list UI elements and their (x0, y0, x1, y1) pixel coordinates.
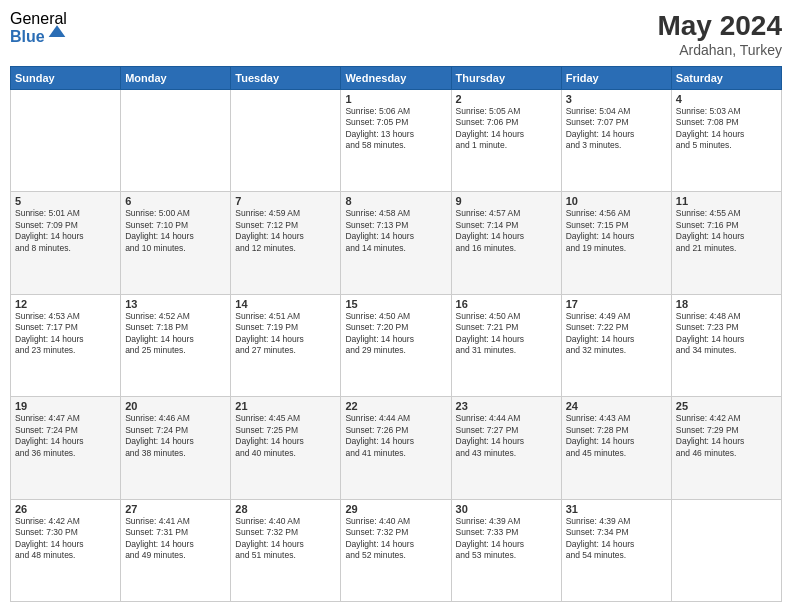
day-info: Sunrise: 4:55 AMSunset: 7:16 PMDaylight:… (676, 208, 777, 254)
day-info-line: Sunset: 7:20 PM (345, 322, 446, 333)
day-info-line: Daylight: 14 hours (676, 436, 777, 447)
day-info: Sunrise: 4:39 AMSunset: 7:34 PMDaylight:… (566, 516, 667, 562)
day-info-line: Sunrise: 4:40 AM (345, 516, 446, 527)
day-info-line: Sunset: 7:28 PM (566, 425, 667, 436)
day-info-line: Sunset: 7:27 PM (456, 425, 557, 436)
day-info: Sunrise: 4:42 AMSunset: 7:30 PMDaylight:… (15, 516, 116, 562)
day-info: Sunrise: 4:44 AMSunset: 7:26 PMDaylight:… (345, 413, 446, 459)
day-info-line: Daylight: 14 hours (235, 539, 336, 550)
day-info-line: Daylight: 14 hours (676, 334, 777, 345)
col-friday: Friday (561, 67, 671, 90)
day-info-line: Sunset: 7:22 PM (566, 322, 667, 333)
day-info-line: Daylight: 14 hours (456, 539, 557, 550)
day-info-line: Sunset: 7:32 PM (235, 527, 336, 538)
day-info-line: and 49 minutes. (125, 550, 226, 561)
table-row: 1Sunrise: 5:06 AMSunset: 7:05 PMDaylight… (341, 90, 451, 192)
day-number: 31 (566, 503, 667, 515)
table-row: 15Sunrise: 4:50 AMSunset: 7:20 PMDayligh… (341, 294, 451, 396)
day-info-line: Daylight: 14 hours (676, 231, 777, 242)
day-info-line: and 46 minutes. (676, 448, 777, 459)
day-info: Sunrise: 4:40 AMSunset: 7:32 PMDaylight:… (345, 516, 446, 562)
day-info-line: and 48 minutes. (15, 550, 116, 561)
day-info-line: Daylight: 14 hours (566, 231, 667, 242)
day-info-line: Sunrise: 4:42 AM (15, 516, 116, 527)
table-row: 21Sunrise: 4:45 AMSunset: 7:25 PMDayligh… (231, 397, 341, 499)
day-info-line: Sunrise: 4:45 AM (235, 413, 336, 424)
day-info-line: Daylight: 14 hours (566, 539, 667, 550)
day-info-line: Daylight: 14 hours (566, 436, 667, 447)
day-info-line: and 8 minutes. (15, 243, 116, 254)
day-number: 22 (345, 400, 446, 412)
day-info: Sunrise: 5:01 AMSunset: 7:09 PMDaylight:… (15, 208, 116, 254)
day-info-line: and 51 minutes. (235, 550, 336, 561)
day-info-line: Sunrise: 4:55 AM (676, 208, 777, 219)
day-info-line: and 58 minutes. (345, 140, 446, 151)
day-info-line: and 25 minutes. (125, 345, 226, 356)
day-info-line: Sunset: 7:32 PM (345, 527, 446, 538)
table-row: 18Sunrise: 4:48 AMSunset: 7:23 PMDayligh… (671, 294, 781, 396)
table-row (121, 90, 231, 192)
calendar-week-0: 1Sunrise: 5:06 AMSunset: 7:05 PMDaylight… (11, 90, 782, 192)
day-info-line: Sunset: 7:16 PM (676, 220, 777, 231)
day-info-line: and 36 minutes. (15, 448, 116, 459)
header: General Blue May 2024 Ardahan, Turkey (10, 10, 782, 58)
day-info: Sunrise: 4:45 AMSunset: 7:25 PMDaylight:… (235, 413, 336, 459)
day-info-line: Daylight: 14 hours (345, 436, 446, 447)
svg-marker-0 (48, 26, 65, 38)
day-info-line: Daylight: 14 hours (345, 539, 446, 550)
table-row: 6Sunrise: 5:00 AMSunset: 7:10 PMDaylight… (121, 192, 231, 294)
day-info-line: Sunset: 7:24 PM (125, 425, 226, 436)
title-block: May 2024 Ardahan, Turkey (657, 10, 782, 58)
day-info-line: Sunrise: 4:49 AM (566, 311, 667, 322)
day-info-line: Sunrise: 4:58 AM (345, 208, 446, 219)
day-info-line: and 3 minutes. (566, 140, 667, 151)
day-info-line: Daylight: 14 hours (456, 231, 557, 242)
table-row: 22Sunrise: 4:44 AMSunset: 7:26 PMDayligh… (341, 397, 451, 499)
day-info-line: Sunrise: 5:00 AM (125, 208, 226, 219)
day-info-line: Sunrise: 4:40 AM (235, 516, 336, 527)
day-number: 24 (566, 400, 667, 412)
day-info-line: Daylight: 14 hours (15, 334, 116, 345)
day-info-line: Daylight: 14 hours (566, 334, 667, 345)
col-wednesday: Wednesday (341, 67, 451, 90)
day-info-line: Sunrise: 4:47 AM (15, 413, 116, 424)
day-info: Sunrise: 4:53 AMSunset: 7:17 PMDaylight:… (15, 311, 116, 357)
day-number: 12 (15, 298, 116, 310)
day-info: Sunrise: 4:44 AMSunset: 7:27 PMDaylight:… (456, 413, 557, 459)
day-info-line: Daylight: 14 hours (125, 539, 226, 550)
table-row: 29Sunrise: 4:40 AMSunset: 7:32 PMDayligh… (341, 499, 451, 601)
col-thursday: Thursday (451, 67, 561, 90)
table-row: 27Sunrise: 4:41 AMSunset: 7:31 PMDayligh… (121, 499, 231, 601)
day-info-line: Daylight: 14 hours (676, 129, 777, 140)
day-info-line: Sunrise: 5:03 AM (676, 106, 777, 117)
day-info-line: Daylight: 14 hours (15, 231, 116, 242)
day-number: 18 (676, 298, 777, 310)
table-row: 8Sunrise: 4:58 AMSunset: 7:13 PMDaylight… (341, 192, 451, 294)
day-info-line: Daylight: 14 hours (15, 539, 116, 550)
day-info-line: Sunrise: 4:56 AM (566, 208, 667, 219)
day-info: Sunrise: 5:05 AMSunset: 7:06 PMDaylight:… (456, 106, 557, 152)
col-saturday: Saturday (671, 67, 781, 90)
day-info-line: Sunset: 7:30 PM (15, 527, 116, 538)
day-info-line: Sunrise: 5:06 AM (345, 106, 446, 117)
day-info-line: Daylight: 14 hours (125, 231, 226, 242)
day-info-line: Sunrise: 5:04 AM (566, 106, 667, 117)
day-number: 2 (456, 93, 557, 105)
day-info: Sunrise: 4:51 AMSunset: 7:19 PMDaylight:… (235, 311, 336, 357)
day-info-line: and 5 minutes. (676, 140, 777, 151)
day-info: Sunrise: 4:56 AMSunset: 7:15 PMDaylight:… (566, 208, 667, 254)
day-info-line: Daylight: 14 hours (235, 231, 336, 242)
day-info-line: Sunset: 7:19 PM (235, 322, 336, 333)
col-tuesday: Tuesday (231, 67, 341, 90)
day-info-line: Sunset: 7:25 PM (235, 425, 336, 436)
day-info-line: Sunrise: 4:48 AM (676, 311, 777, 322)
day-info: Sunrise: 4:52 AMSunset: 7:18 PMDaylight:… (125, 311, 226, 357)
day-info: Sunrise: 5:00 AMSunset: 7:10 PMDaylight:… (125, 208, 226, 254)
day-info-line: and 23 minutes. (15, 345, 116, 356)
day-info-line: Sunrise: 4:46 AM (125, 413, 226, 424)
day-info-line: Sunrise: 4:44 AM (456, 413, 557, 424)
table-row: 19Sunrise: 4:47 AMSunset: 7:24 PMDayligh… (11, 397, 121, 499)
logo: General Blue (10, 10, 67, 45)
day-info-line: Daylight: 13 hours (345, 129, 446, 140)
calendar-week-4: 26Sunrise: 4:42 AMSunset: 7:30 PMDayligh… (11, 499, 782, 601)
